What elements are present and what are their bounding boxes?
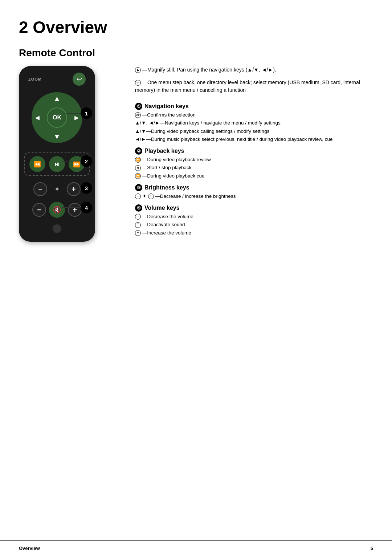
page-content: 2 Overview Remote Control ZOOM ↩ ▲ bbox=[0, 0, 392, 264]
volume-keys-heading: ④ Volume keys bbox=[135, 204, 373, 212]
brightness-num-badge: ③ bbox=[135, 184, 142, 191]
badge-3-container: 3 bbox=[62, 182, 92, 194]
mute-icon-inline: ⌶ bbox=[135, 222, 141, 228]
volume-keys-section: ④ Volume keys − —Decrease the volume ⌶ —… bbox=[135, 201, 373, 237]
playback-item-2: ⏩ —During video playback cue bbox=[135, 172, 373, 180]
brightness-keys-heading: ③ Brightness keys bbox=[135, 184, 373, 191]
volume-item-0: − —Decrease the volume bbox=[135, 213, 373, 220]
badge-2-container: 2 bbox=[62, 155, 92, 167]
nav-item-3: ◄/►—During music playback select previou… bbox=[135, 136, 373, 143]
intro-line-1: ▶ —Magnify still. Pan using the navigati… bbox=[135, 66, 373, 74]
section-title: Remote Control bbox=[19, 47, 373, 59]
brightness-item-0: − ✦ + —Decrease / increase the brightnes… bbox=[135, 193, 373, 200]
badge-line-4 bbox=[62, 207, 81, 208]
nav-item-1: ▲/▼, ◄/►—Navigation keys / navigate the … bbox=[135, 119, 373, 127]
remote-body: ZOOM ↩ ▲ ▼ ◄ ► OK bbox=[19, 66, 95, 242]
badge-line-3 bbox=[62, 188, 81, 188]
remote-wrapper: ZOOM ↩ ▲ ▼ ◄ ► OK bbox=[19, 66, 121, 242]
badge-circle-2: 2 bbox=[81, 155, 92, 167]
volume-num-badge: ④ bbox=[135, 204, 142, 212]
zoom-label: ZOOM bbox=[28, 77, 42, 81]
nav-item-2: ▲/▼—During video playback calling settin… bbox=[135, 128, 373, 135]
playback-item-1: ⏯ —Start / stop playback bbox=[135, 164, 373, 171]
brightness-keys-section: ③ Brightness keys − ✦ + —Decrease / incr… bbox=[135, 180, 373, 201]
brightness-plus-inline: + bbox=[148, 193, 154, 199]
nav-left-arrow[interactable]: ◄ bbox=[34, 114, 41, 122]
main-layout: ZOOM ↩ ▲ ▼ ◄ ► OK bbox=[19, 66, 373, 242]
nav-down-arrow[interactable]: ▼ bbox=[53, 132, 61, 141]
playback-keys-section: ② Playback keys ⏪ —During video playback… bbox=[135, 144, 373, 180]
footer-left-label: Overview bbox=[19, 546, 40, 551]
playback-item-0: ⏪ —During video playback review bbox=[135, 156, 373, 163]
desc-column: ▶ —Magnify still. Pan using the navigati… bbox=[135, 66, 373, 237]
page-title: 2 Overview bbox=[19, 17, 373, 37]
footer-page-number: 5 bbox=[371, 546, 373, 551]
playpause-icon-inline: ⏯ bbox=[135, 165, 141, 171]
nav-keys-heading: ① Navigation keys bbox=[135, 103, 373, 110]
volume-item-2: + —Increase the volume bbox=[135, 229, 373, 237]
intro-line-2: ↩ —One menu step back, one directory lev… bbox=[135, 79, 373, 94]
ok-button[interactable]: OK bbox=[47, 107, 67, 128]
badge-circle-1: 1 bbox=[81, 107, 92, 119]
zoom-icon-inline: ▶ bbox=[135, 67, 141, 73]
back-button[interactable]: ↩ bbox=[73, 73, 86, 86]
nav-num-badge: ① bbox=[135, 103, 142, 110]
home-button[interactable] bbox=[53, 224, 61, 233]
ok-icon-inline: ok bbox=[135, 112, 141, 118]
rewind-button[interactable]: ⏪ bbox=[29, 156, 45, 172]
remote-relative: ZOOM ↩ ▲ ▼ ◄ ► OK bbox=[19, 66, 121, 242]
ff-icon-inline: ⏩ bbox=[135, 173, 141, 179]
back-icon-inline: ↩ bbox=[135, 80, 141, 86]
badge-4-container: 4 bbox=[62, 202, 92, 213]
badge-circle-3: 3 bbox=[81, 182, 92, 194]
badge-line-2 bbox=[62, 161, 81, 162]
nav-up-arrow[interactable]: ▲ bbox=[53, 94, 61, 103]
brightness-decrease-button[interactable]: − bbox=[33, 182, 47, 196]
rewind-icon-inline: ⏪ bbox=[135, 157, 141, 163]
vol-minus-inline: − bbox=[135, 214, 141, 220]
badge-circle-4: 4 bbox=[81, 202, 92, 213]
nav-keys-section: ① Navigation keys ok —Confirms the selec… bbox=[135, 99, 373, 144]
vol-plus-inline: + bbox=[135, 230, 141, 236]
volume-decrease-button[interactable]: − bbox=[32, 203, 46, 217]
playback-num-badge: ② bbox=[135, 147, 142, 155]
volume-item-1: ⌶ —Deactivate sound bbox=[135, 221, 373, 228]
page-footer: Overview 5 bbox=[0, 540, 392, 555]
brightness-minus-inline: − bbox=[135, 193, 141, 199]
nav-item-0: ok —Confirms the selection bbox=[135, 111, 373, 119]
playback-keys-heading: ② Playback keys bbox=[135, 147, 373, 155]
remote-top-bar: ZOOM ↩ bbox=[25, 73, 89, 86]
